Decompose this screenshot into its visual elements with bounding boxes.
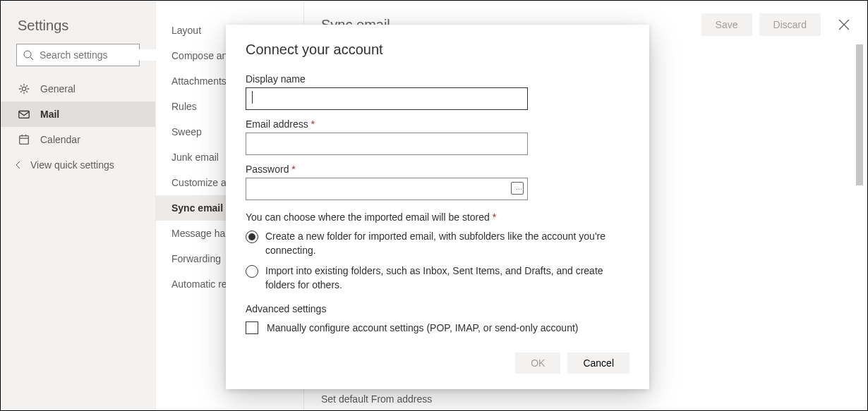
radio-label: Create a new folder for imported email, … xyxy=(265,230,629,257)
gear-icon xyxy=(18,82,30,95)
connect-account-dialog: Connect your account Display name Email … xyxy=(226,25,649,389)
dialog-title: Connect your account xyxy=(246,42,629,58)
password-manager-icon[interactable]: ⋯ xyxy=(511,182,524,195)
display-name-input[interactable] xyxy=(246,87,528,110)
ok-button[interactable]: OK xyxy=(515,352,560,374)
close-icon[interactable] xyxy=(838,18,850,31)
email-label: Email address * xyxy=(246,118,629,130)
search-icon xyxy=(23,49,34,61)
quick-label: View quick settings xyxy=(30,159,114,171)
search-box[interactable] xyxy=(16,44,140,66)
scrollbar[interactable] xyxy=(856,44,864,406)
email-input[interactable] xyxy=(246,133,528,155)
radio-label: Import into existing folders, such as In… xyxy=(265,264,629,292)
manual-config-row[interactable]: Manually configure account settings (POP… xyxy=(246,321,629,334)
default-from-address[interactable]: Set default From address xyxy=(321,388,432,410)
view-quick-settings[interactable]: View quick settings xyxy=(1,152,155,178)
discard-button[interactable]: Discard xyxy=(759,13,821,36)
nav-label: Calendar xyxy=(40,134,80,145)
svg-rect-3 xyxy=(19,111,29,118)
svg-line-1 xyxy=(30,57,33,60)
sidebar-item-calendar[interactable]: Calendar xyxy=(1,127,155,152)
display-name-label: Display name xyxy=(246,73,629,85)
radio-button[interactable] xyxy=(246,231,258,243)
svg-point-2 xyxy=(22,87,25,90)
svg-point-0 xyxy=(24,51,31,58)
advanced-heading: Advanced settings xyxy=(246,303,629,314)
settings-sidebar: Settings General Mail Calendar View quic… xyxy=(1,1,156,410)
radio-existing-folders[interactable]: Import into existing folders, such as In… xyxy=(246,264,629,292)
password-input[interactable] xyxy=(246,178,528,200)
store-helper: You can choose where the imported email … xyxy=(246,211,629,223)
manual-config-checkbox[interactable] xyxy=(246,321,258,334)
password-label: Password * xyxy=(246,164,629,175)
svg-rect-4 xyxy=(20,136,29,145)
calendar-icon xyxy=(18,133,30,146)
nav-label: General xyxy=(40,83,76,94)
radio-button[interactable] xyxy=(246,265,258,278)
chevron-left-icon xyxy=(13,160,23,170)
nav-label: Mail xyxy=(40,109,59,120)
dialog-footer: OK Cancel xyxy=(246,352,629,374)
settings-title: Settings xyxy=(1,13,155,44)
sidebar-item-mail[interactable]: Mail xyxy=(1,102,155,127)
radio-create-folder[interactable]: Create a new folder for imported email, … xyxy=(246,230,629,257)
scrollbar-thumb[interactable] xyxy=(856,44,863,185)
save-button[interactable]: Save xyxy=(701,13,752,36)
manual-config-label: Manually configure account settings (POP… xyxy=(267,322,579,333)
sidebar-item-general[interactable]: General xyxy=(1,76,155,102)
cancel-button[interactable]: Cancel xyxy=(567,352,629,374)
mail-icon xyxy=(18,108,30,121)
search-input[interactable] xyxy=(40,49,163,61)
